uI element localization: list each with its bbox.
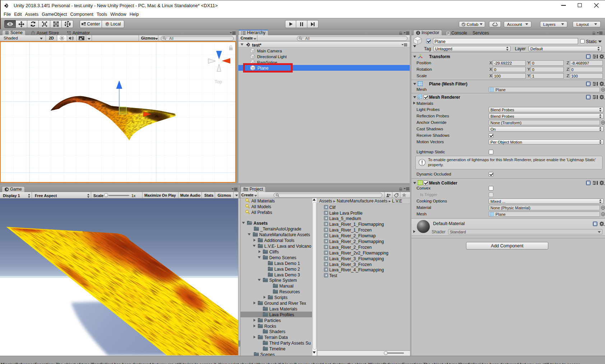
svg-text:Top: Top <box>215 79 222 84</box>
